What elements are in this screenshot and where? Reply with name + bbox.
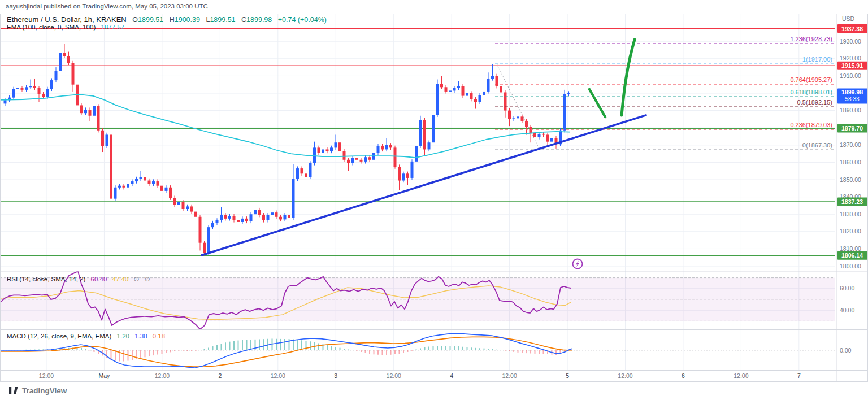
- candle: [67, 56, 70, 63]
- rsi-legend-row[interactable]: RSI (14, close, SMA, 14, 2) 60.40 47.40 …: [7, 275, 150, 283]
- candle: [55, 71, 58, 80]
- candle: [233, 216, 236, 220]
- macd-hist-value: 1.20: [117, 333, 129, 340]
- price-tick: 1810.00: [840, 245, 861, 252]
- candle: [491, 76, 494, 79]
- candle: [279, 217, 282, 220]
- candle: [140, 177, 142, 179]
- green-up-arrow: [622, 40, 635, 115]
- rsi-empty-value: ∅: [134, 276, 140, 282]
- candle: [453, 88, 456, 91]
- candle: [394, 147, 397, 167]
- candle: [445, 87, 448, 92]
- candle: [275, 212, 278, 217]
- price-tick: 1870.00: [840, 141, 861, 148]
- time-tick: 12:00: [39, 372, 54, 379]
- candle: [131, 181, 134, 184]
- candle: [338, 142, 341, 151]
- green-arrow-drawings[interactable]: [589, 40, 635, 117]
- candle: [271, 212, 274, 215]
- fib-level-label: 0.236(1879.03): [790, 121, 832, 128]
- candle: [16, 88, 19, 89]
- candle: [504, 92, 507, 110]
- price-badge: 1879.70: [837, 124, 867, 133]
- candle: [385, 145, 388, 150]
- candle: [224, 215, 227, 219]
- candle: [135, 179, 138, 181]
- currency-label: USD: [842, 15, 855, 22]
- candle: [533, 133, 536, 137]
- macd-value: 1.38: [134, 333, 147, 340]
- candle: [203, 243, 206, 253]
- candle: [546, 134, 549, 141]
- candle: [292, 179, 295, 218]
- price-tick: 1920.00: [840, 55, 861, 62]
- candle: [440, 84, 443, 87]
- candle: [347, 160, 350, 163]
- price-badge: 1837.23: [837, 198, 867, 206]
- candle: [449, 90, 452, 92]
- ema-label: EMA (100, close, 0, SMA, 100): [7, 24, 96, 31]
- candle: [479, 95, 481, 102]
- price-tick: 1800.00: [840, 263, 861, 269]
- candle: [335, 142, 337, 147]
- ema-legend-row[interactable]: EMA (100, close, 0, SMA, 100) 1877.57: [7, 24, 124, 31]
- candle: [211, 223, 214, 228]
- flash-icon[interactable]: [573, 259, 583, 269]
- time-tick: 12:00: [387, 372, 401, 379]
- svg-text:1899.98: 1899.98: [841, 89, 863, 95]
- price-tick: 1890.00: [840, 107, 861, 114]
- candle: [326, 149, 329, 151]
- price-tick: 1830.00: [840, 211, 861, 218]
- chart-canvas[interactable]: 1.236(1928.73)1(1917.00)0.764(1905.27)0.…: [0, 0, 868, 400]
- candle: [462, 86, 465, 96]
- time-scale[interactable]: 12:00May12:00212:00312:00412:00512:00612…: [39, 372, 801, 379]
- time-tick: 5: [566, 372, 569, 379]
- fib-level-label: 1.236(1928.73): [790, 36, 832, 42]
- price-tick: 1850.00: [840, 176, 861, 183]
- candle: [470, 93, 473, 99]
- candle: [38, 88, 41, 94]
- candle: [4, 100, 7, 103]
- candle: [25, 87, 28, 90]
- candle: [250, 214, 253, 221]
- rsi-label: RSI (14, close, SMA, 14, 2): [7, 276, 85, 282]
- candle: [118, 186, 121, 188]
- rsi-tick: 60.00: [840, 285, 854, 292]
- candle: [368, 157, 371, 160]
- rsi-ma-value: 47.40: [112, 276, 129, 282]
- candle: [72, 63, 75, 84]
- candle: [50, 80, 53, 89]
- svg-text:1915.91: 1915.91: [841, 62, 863, 69]
- time-tick: 12:00: [618, 372, 632, 379]
- bar-countdown: 58:33: [845, 96, 859, 102]
- candle: [538, 134, 541, 137]
- candle: [123, 186, 125, 188]
- candle: [89, 110, 92, 116]
- candle: [160, 186, 163, 191]
- candle: [228, 216, 231, 219]
- time-tick: 4: [450, 372, 453, 379]
- symbol-legend-row[interactable]: Ethereum / U.S. Dollar, 1h, KRAKEN O1899…: [7, 15, 327, 24]
- candle: [190, 206, 193, 211]
- candle: [199, 217, 202, 243]
- candle: [567, 93, 570, 94]
- candle: [296, 168, 299, 179]
- candle: [360, 160, 363, 162]
- fib-level-label: 0.618(1898.01): [790, 89, 832, 95]
- candle: [169, 188, 172, 198]
- price-scale[interactable]: USD1930.001920.001910.001890.001870.0018…: [837, 15, 867, 354]
- time-tick: 12:00: [734, 372, 748, 379]
- candle: [402, 173, 405, 180]
- candle: [483, 92, 485, 95]
- macd-legend-row[interactable]: MACD (12, 26, close, 9, EMA, EMA) 1.20 1…: [7, 333, 165, 340]
- candle: [542, 134, 545, 135]
- ema-value: 1877.57: [101, 24, 124, 31]
- price-tick: 1910.00: [840, 72, 861, 79]
- candle: [381, 146, 384, 149]
- tradingview-logo[interactable]: TradingView: [9, 386, 67, 395]
- candle: [487, 79, 490, 92]
- candle: [144, 177, 146, 180]
- candle: [364, 157, 367, 162]
- candle: [318, 147, 320, 153]
